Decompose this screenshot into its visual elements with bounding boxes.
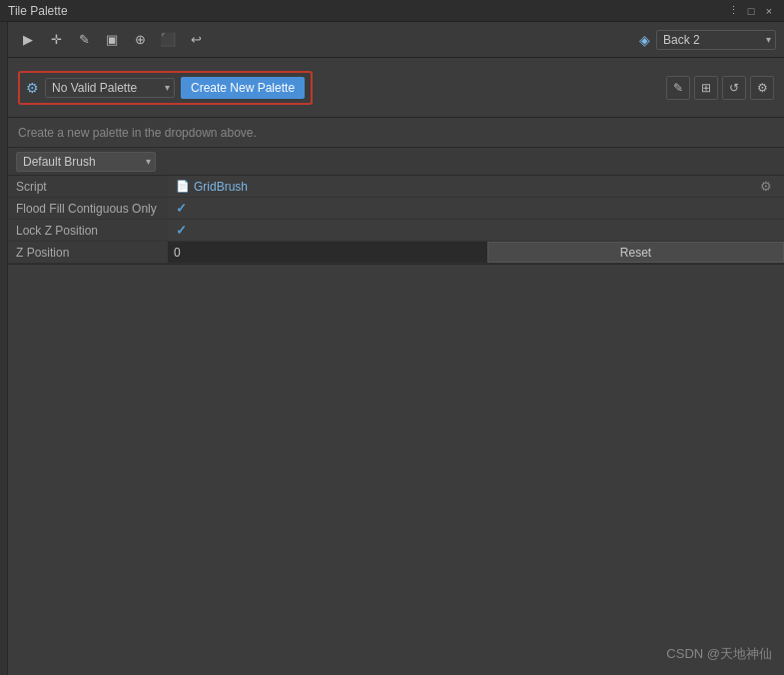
main-panel: ▶ ✛ ✎ ▣ ⊕ ⬛ ↩ ◈ Back 2 Back 1 Front 1 Fr… [8,22,784,675]
lock-z-value: ✓ [168,220,784,241]
eyedrop-btn[interactable]: ↩ [184,28,208,52]
flood-fill-value: ✓ [168,198,784,219]
script-row: Script 📄 GridBrush ⚙ [8,176,784,198]
main-content-area [8,265,784,675]
settings-palette-btn[interactable]: ⚙ [750,76,774,100]
title-bar: Tile Palette ⋮ □ × [0,0,784,22]
script-gear-icon[interactable]: ⚙ [760,179,772,194]
brush-dropdown-wrapper: Default Brush [16,152,156,172]
flood-fill-row: Flood Fill Contiguous Only ✓ [8,198,784,220]
watermark: CSDN @天地神仙 [666,645,772,663]
brush-select[interactable]: Default Brush [16,152,156,172]
script-value: 📄 GridBrush ⚙ [168,176,784,197]
fill-btn[interactable]: ⬛ [156,28,180,52]
close-btn[interactable]: × [762,4,776,18]
edit-palette-btn[interactable]: ✎ [666,76,690,100]
palette-selector: ⚙ No Valid Palette Create New Palette [18,71,313,105]
window-title: Tile Palette [8,4,68,18]
window-controls: ⋮ □ × [726,4,776,18]
maximize-btn[interactable]: □ [744,4,758,18]
flood-fill-label: Flood Fill Contiguous Only [8,198,168,219]
rotate-palette-btn[interactable]: ↺ [722,76,746,100]
palette-message: Create a new palette in the dropdown abo… [18,126,257,140]
toolbar: ▶ ✛ ✎ ▣ ⊕ ⬛ ↩ ◈ Back 2 Back 1 Front 1 Fr… [8,22,784,58]
more-options-btn[interactable]: ⋮ [726,4,740,18]
z-position-input[interactable] [168,242,487,263]
z-position-reset-btn[interactable]: Reset [487,242,784,263]
palette-icon: ⚙ [26,80,39,96]
palette-select[interactable]: No Valid Palette [45,78,175,98]
lock-z-row: Lock Z Position ✓ [8,220,784,242]
brush-section: Default Brush Script 📄 GridBrush ⚙ [8,148,784,265]
script-link[interactable]: GridBrush [194,180,248,194]
lock-z-label: Lock Z Position [8,220,168,241]
properties-table: Script 📄 GridBrush ⚙ Flood Fill Contiguo… [8,176,784,264]
grid-palette-btn[interactable]: ⊞ [694,76,718,100]
lock-z-checkbox[interactable]: ✓ [176,223,187,238]
layer-dropdown[interactable]: Back 2 Back 1 Front 1 Front 2 [656,30,776,50]
script-file-icon: 📄 [176,180,190,193]
box-select-btn[interactable]: ▣ [100,28,124,52]
layer-icon: ◈ [639,32,650,48]
play-btn[interactable]: ▶ [16,28,40,52]
layer-dropdown-wrapper: Back 2 Back 1 Front 1 Front 2 [656,30,776,50]
brush-header: Default Brush [8,148,784,176]
resize-handle [0,22,8,675]
z-position-row: Z Position Reset [8,242,784,264]
flood-fill-checkbox[interactable]: ✓ [176,201,187,216]
palette-area: ⚙ No Valid Palette Create New Palette ✎ … [8,58,784,118]
script-label: Script [8,176,168,197]
palette-dropdown-wrapper: No Valid Palette [45,78,175,98]
palette-right-btns: ✎ ⊞ ↺ ⚙ [666,76,774,100]
z-position-label: Z Position [8,242,168,263]
move-btn[interactable]: ✛ [44,28,68,52]
paint-btn[interactable]: ✎ [72,28,96,52]
message-area: Create a new palette in the dropdown abo… [8,118,784,148]
pick-btn[interactable]: ⊕ [128,28,152,52]
create-palette-btn[interactable]: Create New Palette [181,77,305,99]
